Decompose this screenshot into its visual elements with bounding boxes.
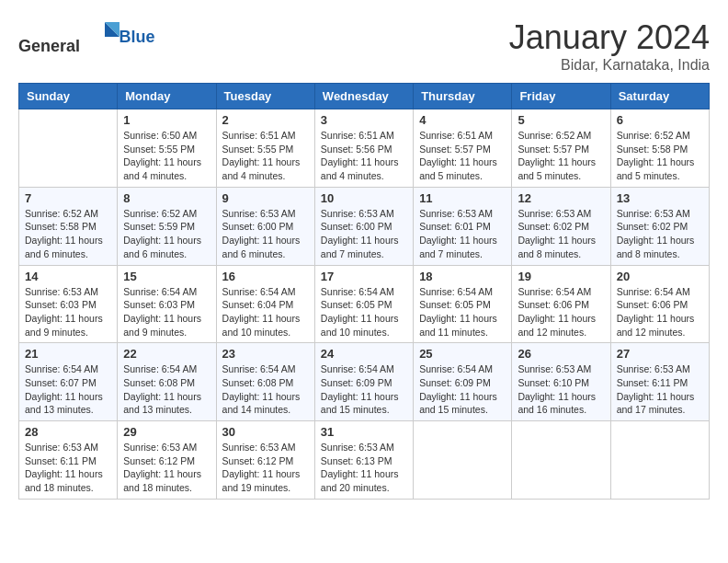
calendar-cell: 23Sunrise: 6:54 AMSunset: 6:08 PMDayligh… xyxy=(216,343,314,421)
day-number: 11 xyxy=(419,191,506,205)
day-number: 8 xyxy=(123,191,210,205)
calendar-cell xyxy=(512,421,610,500)
day-number: 15 xyxy=(123,270,210,283)
calendar-cell: 15Sunrise: 6:54 AMSunset: 6:03 PMDayligh… xyxy=(118,265,216,343)
calendar-week-row: 21Sunrise: 6:54 AMSunset: 6:07 PMDayligh… xyxy=(19,343,710,421)
day-number: 29 xyxy=(123,425,210,439)
day-info: Sunrise: 6:53 AMSunset: 6:11 PMDaylight:… xyxy=(25,441,111,495)
calendar-cell: 20Sunrise: 6:54 AMSunset: 6:06 PMDayligh… xyxy=(610,265,709,343)
day-info: Sunrise: 6:52 AMSunset: 5:57 PMDaylight:… xyxy=(518,129,604,183)
day-number: 21 xyxy=(25,347,111,361)
logo-blue-text: Blue xyxy=(119,28,155,46)
day-number: 27 xyxy=(617,347,703,361)
calendar-cell: 4Sunrise: 6:51 AMSunset: 5:57 PMDaylight… xyxy=(414,109,512,188)
weekday-header-wednesday: Wednesday xyxy=(314,84,413,109)
logo: General Blue xyxy=(18,18,155,56)
calendar-cell: 2Sunrise: 6:51 AMSunset: 5:55 PMDaylight… xyxy=(216,109,314,188)
day-number: 24 xyxy=(321,347,407,361)
day-info: Sunrise: 6:54 AMSunset: 6:06 PMDaylight:… xyxy=(617,285,703,339)
day-number: 22 xyxy=(123,347,210,361)
calendar-cell: 14Sunrise: 6:53 AMSunset: 6:03 PMDayligh… xyxy=(19,265,118,343)
weekday-header-monday: Monday xyxy=(118,84,216,109)
day-info: Sunrise: 6:51 AMSunset: 5:56 PMDaylight:… xyxy=(321,129,407,183)
day-info: Sunrise: 6:53 AMSunset: 6:12 PMDaylight:… xyxy=(222,441,309,495)
day-info: Sunrise: 6:50 AMSunset: 5:55 PMDaylight:… xyxy=(123,129,210,183)
weekday-header-thursday: Thursday xyxy=(414,84,512,109)
weekday-header-sunday: Sunday xyxy=(19,84,118,109)
day-info: Sunrise: 6:54 AMSunset: 6:04 PMDaylight:… xyxy=(222,285,309,339)
day-info: Sunrise: 6:54 AMSunset: 6:08 PMDaylight:… xyxy=(222,362,309,417)
day-number: 19 xyxy=(518,270,604,283)
day-number: 13 xyxy=(617,191,703,205)
day-number: 4 xyxy=(419,113,506,127)
day-number: 3 xyxy=(321,113,407,127)
weekday-header-tuesday: Tuesday xyxy=(216,84,314,109)
month-title: January 2024 xyxy=(509,18,710,57)
calendar-cell: 18Sunrise: 6:54 AMSunset: 6:05 PMDayligh… xyxy=(414,265,512,343)
calendar-cell: 12Sunrise: 6:53 AMSunset: 6:02 PMDayligh… xyxy=(512,187,610,265)
day-info: Sunrise: 6:52 AMSunset: 5:58 PMDaylight:… xyxy=(617,129,703,183)
calendar-cell xyxy=(610,421,709,500)
title-block: January 2024 Bidar, Karnataka, India xyxy=(509,18,710,74)
day-info: Sunrise: 6:53 AMSunset: 6:13 PMDaylight:… xyxy=(321,441,407,495)
day-info: Sunrise: 6:51 AMSunset: 5:57 PMDaylight:… xyxy=(419,129,506,183)
day-info: Sunrise: 6:54 AMSunset: 6:09 PMDaylight:… xyxy=(321,362,407,417)
day-info: Sunrise: 6:54 AMSunset: 6:05 PMDaylight:… xyxy=(321,285,407,339)
day-info: Sunrise: 6:53 AMSunset: 6:10 PMDaylight:… xyxy=(518,362,604,417)
day-number: 17 xyxy=(321,270,407,283)
calendar-cell: 8Sunrise: 6:52 AMSunset: 5:59 PMDaylight… xyxy=(118,187,216,265)
day-number: 25 xyxy=(419,347,506,361)
day-info: Sunrise: 6:54 AMSunset: 6:06 PMDaylight:… xyxy=(518,285,604,339)
logo-icon xyxy=(86,18,119,52)
day-number: 28 xyxy=(25,425,111,439)
calendar-cell: 13Sunrise: 6:53 AMSunset: 6:02 PMDayligh… xyxy=(610,187,709,265)
day-info: Sunrise: 6:54 AMSunset: 6:03 PMDaylight:… xyxy=(123,285,210,339)
day-number: 18 xyxy=(419,270,506,283)
calendar-cell: 27Sunrise: 6:53 AMSunset: 6:11 PMDayligh… xyxy=(610,343,709,421)
calendar-cell: 1Sunrise: 6:50 AMSunset: 5:55 PMDaylight… xyxy=(118,109,216,188)
calendar-cell: 17Sunrise: 6:54 AMSunset: 6:05 PMDayligh… xyxy=(314,265,413,343)
day-number: 12 xyxy=(518,191,604,205)
day-number: 20 xyxy=(617,270,703,283)
calendar-table: SundayMondayTuesdayWednesdayThursdayFrid… xyxy=(18,83,710,500)
day-info: Sunrise: 6:53 AMSunset: 6:00 PMDaylight:… xyxy=(222,207,309,261)
calendar-cell: 19Sunrise: 6:54 AMSunset: 6:06 PMDayligh… xyxy=(512,265,610,343)
day-number: 23 xyxy=(222,347,309,361)
calendar-cell: 30Sunrise: 6:53 AMSunset: 6:12 PMDayligh… xyxy=(216,421,314,500)
day-info: Sunrise: 6:53 AMSunset: 6:12 PMDaylight:… xyxy=(123,441,210,495)
weekday-header-saturday: Saturday xyxy=(610,84,709,109)
calendar-cell: 7Sunrise: 6:52 AMSunset: 5:58 PMDaylight… xyxy=(19,187,118,265)
calendar-cell: 11Sunrise: 6:53 AMSunset: 6:01 PMDayligh… xyxy=(414,187,512,265)
day-number: 10 xyxy=(321,191,407,205)
page-header: General Blue January 2024 Bidar, Karnata… xyxy=(18,18,710,74)
calendar-cell: 28Sunrise: 6:53 AMSunset: 6:11 PMDayligh… xyxy=(19,421,118,500)
calendar-cell: 21Sunrise: 6:54 AMSunset: 6:07 PMDayligh… xyxy=(19,343,118,421)
day-info: Sunrise: 6:54 AMSunset: 6:08 PMDaylight:… xyxy=(123,362,210,417)
day-info: Sunrise: 6:53 AMSunset: 6:01 PMDaylight:… xyxy=(419,207,506,261)
day-number: 30 xyxy=(222,425,309,439)
day-number: 31 xyxy=(321,425,407,439)
calendar-cell: 25Sunrise: 6:54 AMSunset: 6:09 PMDayligh… xyxy=(414,343,512,421)
calendar-cell: 22Sunrise: 6:54 AMSunset: 6:08 PMDayligh… xyxy=(118,343,216,421)
calendar-cell: 26Sunrise: 6:53 AMSunset: 6:10 PMDayligh… xyxy=(512,343,610,421)
day-info: Sunrise: 6:54 AMSunset: 6:05 PMDaylight:… xyxy=(419,285,506,339)
day-number: 5 xyxy=(518,113,604,127)
location: Bidar, Karnataka, India xyxy=(509,57,710,74)
calendar-cell xyxy=(19,109,118,188)
day-number: 26 xyxy=(518,347,604,361)
calendar-cell: 24Sunrise: 6:54 AMSunset: 6:09 PMDayligh… xyxy=(314,343,413,421)
calendar-cell: 16Sunrise: 6:54 AMSunset: 6:04 PMDayligh… xyxy=(216,265,314,343)
day-info: Sunrise: 6:53 AMSunset: 6:03 PMDaylight:… xyxy=(25,285,111,339)
day-number: 1 xyxy=(123,113,210,127)
day-info: Sunrise: 6:53 AMSunset: 6:02 PMDaylight:… xyxy=(617,207,703,261)
day-info: Sunrise: 6:51 AMSunset: 5:55 PMDaylight:… xyxy=(222,129,309,183)
calendar-cell: 6Sunrise: 6:52 AMSunset: 5:58 PMDaylight… xyxy=(610,109,709,188)
calendar-week-row: 7Sunrise: 6:52 AMSunset: 5:58 PMDaylight… xyxy=(19,187,710,265)
day-number: 9 xyxy=(222,191,309,205)
weekday-header-row: SundayMondayTuesdayWednesdayThursdayFrid… xyxy=(19,84,710,109)
day-info: Sunrise: 6:53 AMSunset: 6:02 PMDaylight:… xyxy=(518,207,604,261)
calendar-cell: 10Sunrise: 6:53 AMSunset: 6:00 PMDayligh… xyxy=(314,187,413,265)
calendar-cell: 3Sunrise: 6:51 AMSunset: 5:56 PMDaylight… xyxy=(314,109,413,188)
calendar-cell: 31Sunrise: 6:53 AMSunset: 6:13 PMDayligh… xyxy=(314,421,413,500)
day-number: 2 xyxy=(222,113,309,127)
